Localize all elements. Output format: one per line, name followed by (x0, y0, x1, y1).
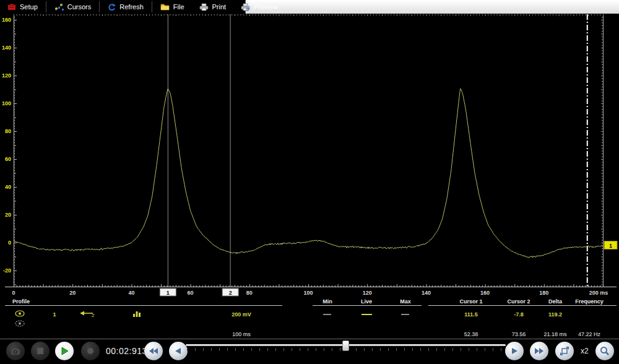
axis-tick-label: -20 (3, 267, 11, 274)
channel-number: 1 (53, 311, 56, 318)
axis-tick-label: 0 (8, 240, 11, 246)
fit-view-button[interactable] (555, 342, 574, 360)
axis-tick-label: 100 (303, 290, 313, 296)
menu-bar-spacer (245, 0, 619, 14)
zoom-button[interactable] (595, 342, 614, 360)
menu-item-label: Setup (20, 3, 38, 11)
channel2-visibility-icon[interactable] (15, 320, 25, 328)
timeline-slider-thumb[interactable] (342, 340, 349, 351)
axis-tick-label: 120 (363, 290, 372, 296)
delta-time-value: 21.18 ms (543, 331, 566, 337)
stop-button (31, 342, 50, 360)
live-value-dash (361, 314, 372, 315)
axis-tick-label: 20 (5, 212, 11, 218)
axis-tick-label: 160 (2, 17, 11, 23)
axis-tick-label: 140 (2, 45, 11, 51)
channel-range-value[interactable]: 200 mV (232, 311, 251, 318)
cursor1-time-value: 52.38 (464, 331, 478, 337)
axis-tick-label: 40 (128, 290, 134, 296)
delta-value: 119.2 (548, 311, 562, 318)
print-icon (199, 3, 209, 11)
axis-tick-label: 60 (188, 290, 194, 296)
column-header-frequency: Frequency (575, 298, 604, 305)
play-button[interactable] (55, 342, 74, 360)
snapshot-button (6, 342, 25, 360)
menu-item-label: Print (212, 3, 227, 11)
panel-divider (5, 305, 282, 306)
axis-tick-label: 20 (69, 290, 76, 296)
playback-toolbar: 00:02:913 x2 (0, 340, 619, 364)
frequency-value: 47.22 Hz (578, 331, 600, 337)
menu-item-setup[interactable]: Setup (0, 0, 45, 14)
cursor-link-icon[interactable]: 2 (79, 310, 95, 319)
menu-item-cursors[interactable]: Cursors (47, 0, 99, 14)
menu-separator (99, 1, 100, 12)
axis-tick-label: 180 (539, 290, 548, 296)
menu-item-label: Preview (254, 3, 278, 11)
profile-panel: Profile Min Live Max Cursor 1 Cursor 2 D… (0, 296, 619, 340)
waveform-trace (14, 89, 603, 258)
menu-item-refresh[interactable]: Refresh (100, 0, 151, 14)
column-header-cursor1: Cursor 1 (459, 298, 482, 305)
rewind-button[interactable] (144, 342, 163, 360)
setup-icon (7, 3, 16, 11)
preview-icon (241, 3, 250, 11)
axis-tick-label: 80 (246, 290, 253, 296)
svg-text:2: 2 (92, 313, 95, 318)
axis-tick-label: 160 (480, 290, 490, 296)
axis-tick-label: 200 ms (589, 290, 608, 296)
file-icon (160, 3, 170, 11)
menu-item-label: Refresh (119, 3, 144, 11)
cursor-1-badge-label: 1 (167, 290, 170, 296)
playback-time: 00:02:913 (106, 346, 147, 356)
column-header-cursor2: Cursor 2 (507, 298, 530, 305)
cursor2-value: -7.8 (514, 311, 524, 318)
record-button (81, 342, 100, 360)
panel-divider (428, 305, 617, 306)
refresh-icon (108, 3, 116, 11)
channel-1-badge-label: 1 (609, 243, 612, 249)
axis-tick-label: 120 (2, 72, 11, 79)
step-back-button[interactable] (169, 342, 188, 360)
zoom-level-label: x2 (581, 347, 589, 355)
axis-tick-label: 80 (5, 128, 11, 134)
step-forward-button[interactable] (505, 342, 524, 360)
timebase-value[interactable]: 100 ms (232, 331, 251, 337)
axis-tick-label: 40 (5, 184, 11, 190)
axis-tick-label: 0 (12, 290, 15, 296)
channel-visibility-icon[interactable] (15, 310, 25, 318)
axis-tick-label: 140 (422, 290, 431, 296)
menu-item-label: Cursors (67, 3, 92, 11)
column-header-delta: Delta (548, 298, 562, 305)
panel-divider (313, 305, 422, 306)
waveform-plot[interactable]: 020406080100120140160180200 ms-200204060… (0, 0, 619, 297)
menu-item-preview[interactable]: Preview (233, 0, 285, 14)
column-header-live: Live (361, 298, 372, 305)
min-value-dash (323, 314, 331, 315)
menu-bar: Setup Cursors Refresh File Pr (0, 0, 619, 14)
cursor2-time-value: 73.56 (512, 331, 526, 337)
cursors-icon (54, 3, 64, 11)
column-header-max: Max (400, 298, 411, 305)
profile-panel-title: Profile (12, 298, 30, 305)
fast-forward-button[interactable] (530, 342, 548, 360)
cursor-2-badge-label: 2 (229, 290, 232, 296)
axis-tick-label: 60 (5, 156, 11, 162)
panel-bottom-divider (0, 339, 619, 339)
menu-separator (46, 1, 46, 12)
menu-item-print[interactable]: Print (192, 0, 234, 14)
axis-tick-label: 100 (2, 100, 11, 106)
menu-separator (152, 1, 152, 12)
column-header-min: Min (322, 298, 332, 305)
histogram-icon[interactable] (132, 310, 141, 318)
menu-item-file[interactable]: File (153, 0, 192, 14)
max-value-dash (401, 314, 409, 315)
cursor1-value: 111.5 (464, 311, 478, 318)
menu-item-label: File (173, 3, 184, 11)
